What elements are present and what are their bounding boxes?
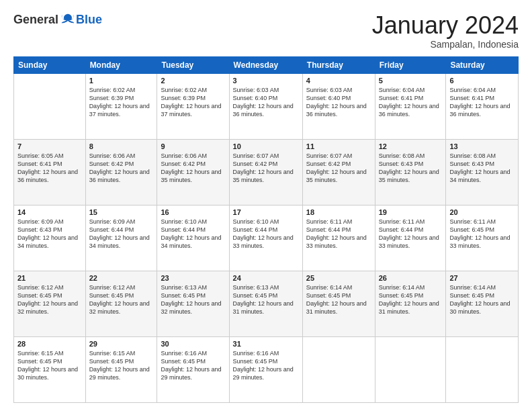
calendar-cell xyxy=(446,336,519,402)
calendar-cell: 20Sunrise: 6:11 AMSunset: 6:45 PMDayligh… xyxy=(446,205,519,271)
day-number: 20 xyxy=(449,208,515,216)
day-info: Sunrise: 6:16 AMSunset: 6:45 PMDaylight:… xyxy=(233,349,299,382)
day-info: Sunrise: 6:12 AMSunset: 6:45 PMDaylight:… xyxy=(89,283,154,316)
calendar-header-row: SundayMondayTuesdayWednesdayThursdayFrid… xyxy=(14,56,519,73)
calendar-week-row: 21Sunrise: 6:12 AMSunset: 6:45 PMDayligh… xyxy=(14,271,519,336)
calendar-cell: 10Sunrise: 6:07 AMSunset: 6:42 PMDayligh… xyxy=(229,139,302,205)
title-area: January 2024 Sampalan, Indonesia xyxy=(372,12,519,50)
calendar-cell: 16Sunrise: 6:10 AMSunset: 6:44 PMDayligh… xyxy=(157,205,229,271)
calendar-cell: 21Sunrise: 6:12 AMSunset: 6:45 PMDayligh… xyxy=(14,271,86,336)
day-number: 5 xyxy=(379,77,443,85)
calendar-cell: 13Sunrise: 6:08 AMSunset: 6:43 PMDayligh… xyxy=(446,139,519,205)
day-info: Sunrise: 6:10 AMSunset: 6:44 PMDaylight:… xyxy=(161,218,225,250)
calendar-cell: 29Sunrise: 6:15 AMSunset: 6:45 PMDayligh… xyxy=(85,336,157,402)
day-info: Sunrise: 6:03 AMSunset: 6:40 PMDaylight:… xyxy=(306,86,371,119)
calendar-cell xyxy=(14,73,86,139)
calendar-cell: 15Sunrise: 6:09 AMSunset: 6:44 PMDayligh… xyxy=(85,205,157,271)
calendar-week-row: 7Sunrise: 6:05 AMSunset: 6:41 PMDaylight… xyxy=(14,139,519,205)
day-info: Sunrise: 6:07 AMSunset: 6:42 PMDaylight:… xyxy=(233,152,299,185)
day-info: Sunrise: 6:11 AMSunset: 6:44 PMDaylight:… xyxy=(379,218,443,250)
calendar-week-row: 28Sunrise: 6:15 AMSunset: 6:45 PMDayligh… xyxy=(14,336,519,402)
calendar-cell: 18Sunrise: 6:11 AMSunset: 6:44 PMDayligh… xyxy=(302,205,375,271)
calendar-cell: 25Sunrise: 6:14 AMSunset: 6:45 PMDayligh… xyxy=(302,271,375,336)
day-number: 10 xyxy=(233,142,299,150)
day-number: 2 xyxy=(161,77,225,85)
calendar-cell: 12Sunrise: 6:08 AMSunset: 6:43 PMDayligh… xyxy=(375,139,446,205)
day-number: 19 xyxy=(379,208,443,216)
calendar-cell: 8Sunrise: 6:06 AMSunset: 6:42 PMDaylight… xyxy=(85,139,157,205)
day-number: 29 xyxy=(89,340,154,348)
calendar-cell: 26Sunrise: 6:14 AMSunset: 6:45 PMDayligh… xyxy=(375,271,446,336)
day-number: 8 xyxy=(89,142,154,150)
day-info: Sunrise: 6:07 AMSunset: 6:42 PMDaylight:… xyxy=(306,152,371,185)
day-info: Sunrise: 6:12 AMSunset: 6:45 PMDaylight:… xyxy=(17,283,82,316)
day-info: Sunrise: 6:02 AMSunset: 6:39 PMDaylight:… xyxy=(89,86,154,119)
day-number: 26 xyxy=(379,274,443,282)
day-info: Sunrise: 6:14 AMSunset: 6:45 PMDaylight:… xyxy=(449,283,515,316)
calendar-week-row: 1Sunrise: 6:02 AMSunset: 6:39 PMDaylight… xyxy=(14,73,519,139)
day-number: 11 xyxy=(306,142,371,150)
day-number: 3 xyxy=(233,77,299,85)
calendar-week-row: 14Sunrise: 6:09 AMSunset: 6:43 PMDayligh… xyxy=(14,205,519,271)
calendar-cell: 31Sunrise: 6:16 AMSunset: 6:45 PMDayligh… xyxy=(229,336,302,402)
logo: General Blue xyxy=(13,12,102,27)
day-info: Sunrise: 6:02 AMSunset: 6:39 PMDaylight:… xyxy=(161,86,225,119)
calendar-cell: 23Sunrise: 6:13 AMSunset: 6:45 PMDayligh… xyxy=(157,271,229,336)
day-info: Sunrise: 6:13 AMSunset: 6:45 PMDaylight:… xyxy=(233,283,299,316)
calendar-cell: 3Sunrise: 6:03 AMSunset: 6:40 PMDaylight… xyxy=(229,73,302,139)
logo-blue-text: Blue xyxy=(76,13,102,27)
location-subtitle: Sampalan, Indonesia xyxy=(372,39,519,50)
day-number: 4 xyxy=(306,77,371,85)
day-number: 24 xyxy=(233,274,299,282)
day-number: 15 xyxy=(89,208,154,216)
page: General Blue January 2024 Sampalan, Indo… xyxy=(0,0,532,411)
calendar-cell: 5Sunrise: 6:04 AMSunset: 6:41 PMDaylight… xyxy=(375,73,446,139)
day-number: 23 xyxy=(161,274,225,282)
day-info: Sunrise: 6:09 AMSunset: 6:44 PMDaylight:… xyxy=(89,218,154,250)
calendar-cell: 30Sunrise: 6:16 AMSunset: 6:45 PMDayligh… xyxy=(157,336,229,402)
day-number: 14 xyxy=(17,208,82,216)
calendar-day-header: Saturday xyxy=(446,56,519,73)
calendar-cell: 27Sunrise: 6:14 AMSunset: 6:45 PMDayligh… xyxy=(446,271,519,336)
day-number: 31 xyxy=(233,340,299,348)
calendar-day-header: Friday xyxy=(375,56,446,73)
day-info: Sunrise: 6:13 AMSunset: 6:45 PMDaylight:… xyxy=(161,283,225,316)
day-info: Sunrise: 6:14 AMSunset: 6:45 PMDaylight:… xyxy=(379,283,443,316)
day-number: 7 xyxy=(17,142,82,150)
calendar-cell: 9Sunrise: 6:06 AMSunset: 6:42 PMDaylight… xyxy=(157,139,229,205)
day-info: Sunrise: 6:08 AMSunset: 6:43 PMDaylight:… xyxy=(379,152,443,185)
calendar-cell: 24Sunrise: 6:13 AMSunset: 6:45 PMDayligh… xyxy=(229,271,302,336)
day-info: Sunrise: 6:09 AMSunset: 6:43 PMDaylight:… xyxy=(17,218,82,250)
day-number: 16 xyxy=(161,208,225,216)
day-info: Sunrise: 6:11 AMSunset: 6:45 PMDaylight:… xyxy=(449,218,515,250)
calendar-cell: 17Sunrise: 6:10 AMSunset: 6:44 PMDayligh… xyxy=(229,205,302,271)
day-number: 30 xyxy=(161,340,225,348)
calendar-day-header: Tuesday xyxy=(157,56,229,73)
day-info: Sunrise: 6:08 AMSunset: 6:43 PMDaylight:… xyxy=(449,152,515,185)
calendar-day-header: Wednesday xyxy=(229,56,302,73)
day-number: 18 xyxy=(306,208,371,216)
day-number: 22 xyxy=(89,274,154,282)
calendar-cell xyxy=(375,336,446,402)
day-number: 13 xyxy=(449,142,515,150)
day-info: Sunrise: 6:15 AMSunset: 6:45 PMDaylight:… xyxy=(89,349,154,382)
day-number: 25 xyxy=(306,274,371,282)
calendar-day-header: Thursday xyxy=(302,56,375,73)
day-number: 17 xyxy=(233,208,299,216)
calendar-cell: 6Sunrise: 6:04 AMSunset: 6:41 PMDaylight… xyxy=(446,73,519,139)
calendar-cell: 28Sunrise: 6:15 AMSunset: 6:45 PMDayligh… xyxy=(14,336,86,402)
calendar-cell xyxy=(302,336,375,402)
calendar-cell: 1Sunrise: 6:02 AMSunset: 6:39 PMDaylight… xyxy=(85,73,157,139)
day-info: Sunrise: 6:04 AMSunset: 6:41 PMDaylight:… xyxy=(379,86,443,119)
day-info: Sunrise: 6:10 AMSunset: 6:44 PMDaylight:… xyxy=(233,218,299,250)
calendar-day-header: Sunday xyxy=(14,56,86,73)
day-info: Sunrise: 6:06 AMSunset: 6:42 PMDaylight:… xyxy=(161,152,225,185)
day-number: 28 xyxy=(17,340,82,348)
month-title: January 2024 xyxy=(372,12,519,39)
calendar-day-header: Monday xyxy=(85,56,157,73)
day-info: Sunrise: 6:16 AMSunset: 6:45 PMDaylight:… xyxy=(161,349,225,382)
day-number: 9 xyxy=(161,142,225,150)
calendar-cell: 7Sunrise: 6:05 AMSunset: 6:41 PMDaylight… xyxy=(14,139,86,205)
calendar-cell: 19Sunrise: 6:11 AMSunset: 6:44 PMDayligh… xyxy=(375,205,446,271)
calendar-cell: 22Sunrise: 6:12 AMSunset: 6:45 PMDayligh… xyxy=(85,271,157,336)
